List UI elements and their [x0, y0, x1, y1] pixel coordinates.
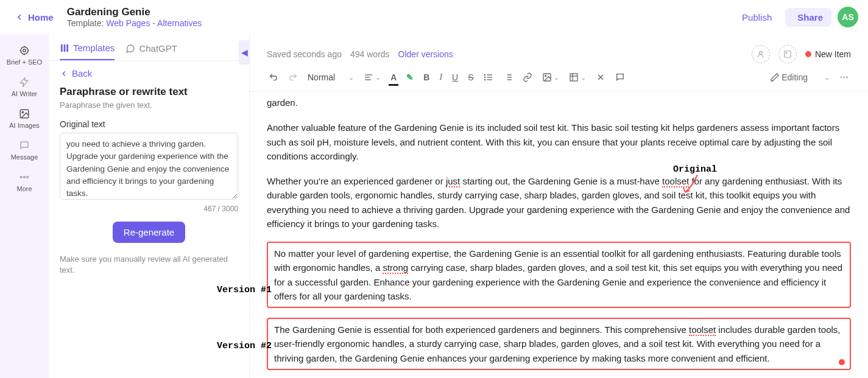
share-label: Share — [797, 12, 823, 23]
svg-point-36 — [844, 77, 845, 78]
back-button[interactable]: Back — [49, 61, 249, 86]
list-ul-icon — [484, 72, 493, 82]
comment-icon — [615, 72, 625, 82]
template-line: Template: Web Pages - Alternatives — [67, 18, 731, 28]
undo-icon — [269, 72, 278, 82]
svg-rect-13 — [64, 44, 66, 52]
share-button[interactable]: Share — [785, 8, 831, 27]
svg-rect-12 — [61, 44, 63, 52]
editor-toolbar: Normal⌄ ⌄ A ✎ B I U S ⌄ ⌄ Editing⌄ — [250, 63, 868, 92]
group-toggle-icon[interactable] — [839, 359, 845, 365]
regenerate-button[interactable]: Re-generate — [113, 222, 185, 243]
comment-button[interactable] — [613, 71, 627, 84]
pencil-icon — [770, 72, 780, 82]
svg-rect-32 — [570, 74, 577, 81]
text-color-button[interactable]: A — [389, 71, 398, 84]
avatar[interactable]: AS — [838, 7, 858, 27]
older-versions-link[interactable]: Older versions — [398, 49, 453, 59]
new-item-status: New Item — [805, 49, 851, 59]
home-button[interactable]: Home — [10, 10, 58, 25]
svg-point-17 — [786, 52, 787, 54]
publish-label: Publish — [742, 12, 772, 23]
rail-message[interactable]: Message — [9, 140, 41, 161]
original-text-label: Original text — [60, 119, 238, 129]
rail-ai-writer[interactable]: AI Writer — [9, 77, 40, 97]
version-2-box[interactable]: The Gardening Genie is essential for bot… — [267, 318, 851, 370]
chat-bubble-icon — [125, 44, 135, 54]
list-ol-icon — [503, 72, 513, 82]
image-button[interactable]: ⌄ — [540, 71, 561, 84]
svg-point-10 — [24, 177, 26, 178]
tab-chatgpt[interactable]: ChatGPT — [125, 43, 177, 60]
svg-point-37 — [847, 77, 848, 78]
original-text-input[interactable] — [60, 133, 238, 200]
chevron-left-icon — [15, 12, 24, 22]
svg-point-8 — [22, 111, 23, 113]
document-title: Gardening Genie — [67, 6, 731, 18]
document-body[interactable]: garden. Another valuable feature of the … — [250, 92, 868, 378]
add-person-placeholder[interactable] — [752, 45, 770, 63]
home-label: Home — [28, 12, 54, 23]
redo-icon — [288, 72, 298, 82]
strikethrough-button[interactable]: S — [466, 71, 475, 84]
panel-collapse-button[interactable]: ◀ — [239, 40, 250, 65]
bold-button[interactable]: B — [422, 71, 431, 84]
squiggle-toolset-2[interactable]: toolset — [689, 324, 716, 336]
add-image-placeholder[interactable] — [778, 45, 797, 63]
dots-icon — [19, 172, 30, 183]
status-dot-icon — [805, 51, 811, 57]
svg-point-9 — [20, 177, 22, 178]
clear-format-icon — [596, 72, 605, 82]
svg-point-15 — [760, 51, 763, 54]
side-panel: ◀ Templates ChatGPT Back Paraphrase or r… — [49, 34, 250, 378]
rail-brief-seo[interactable]: Brief + SEO — [4, 45, 44, 66]
publish-button[interactable]: Publish — [731, 9, 779, 26]
format-select[interactable]: Normal⌄ — [306, 71, 356, 84]
target-icon — [19, 45, 30, 56]
editor-area: Saved seconds ago 494 words Older versio… — [250, 34, 868, 378]
undo-button[interactable] — [267, 71, 280, 84]
svg-point-26 — [484, 79, 485, 80]
underline-button[interactable]: U — [450, 71, 460, 84]
panel-subtitle: Paraphrase the given text. — [60, 100, 238, 110]
align-button[interactable]: ⌄ — [362, 71, 383, 84]
svg-point-25 — [484, 77, 485, 77]
dots-icon — [839, 72, 849, 82]
squiggle-strong[interactable]: strong — [383, 262, 408, 274]
svg-point-31 — [545, 75, 546, 77]
svg-point-35 — [841, 77, 842, 78]
numbered-list-button[interactable] — [501, 71, 515, 84]
svg-point-2 — [23, 49, 26, 52]
rail-more[interactable]: More — [14, 172, 34, 192]
align-left-icon — [364, 72, 373, 82]
paragraph-fragment: garden. — [267, 96, 851, 110]
svg-point-1 — [21, 47, 28, 54]
bullet-list-button[interactable] — [482, 71, 495, 84]
image-icon — [19, 108, 30, 119]
link-button[interactable] — [521, 71, 534, 84]
template-link[interactable]: Web Pages - Alternatives — [106, 18, 202, 28]
templates-icon — [60, 43, 69, 53]
squiggle-just[interactable]: just — [446, 176, 460, 187]
chat-icon — [19, 140, 30, 151]
svg-rect-14 — [66, 44, 68, 52]
italic-button[interactable]: I — [437, 71, 444, 84]
highlight-button[interactable]: ✎ — [404, 71, 415, 84]
saved-status: Saved seconds ago — [267, 49, 342, 59]
char-counter: 467 / 3000 — [60, 205, 238, 213]
version-1-box[interactable]: No matter your level of gardening expert… — [267, 242, 851, 308]
svg-rect-16 — [785, 51, 791, 58]
clear-format-button[interactable] — [594, 71, 607, 84]
redo-button[interactable] — [286, 71, 300, 84]
svg-point-24 — [484, 74, 485, 75]
chevron-left-icon — [60, 69, 68, 78]
mode-select[interactable]: Editing⌄ — [768, 71, 831, 84]
paragraph-soil: Another valuable feature of the Gardenin… — [267, 121, 851, 163]
squiggle-toolset[interactable]: toolset — [662, 176, 689, 187]
tab-templates[interactable]: Templates — [60, 43, 115, 60]
bolt-icon — [19, 77, 30, 88]
more-menu-button[interactable] — [838, 71, 851, 84]
rail-ai-images[interactable]: AI Images — [7, 108, 42, 129]
table-button[interactable]: ⌄ — [567, 71, 588, 84]
table-icon — [569, 72, 579, 82]
